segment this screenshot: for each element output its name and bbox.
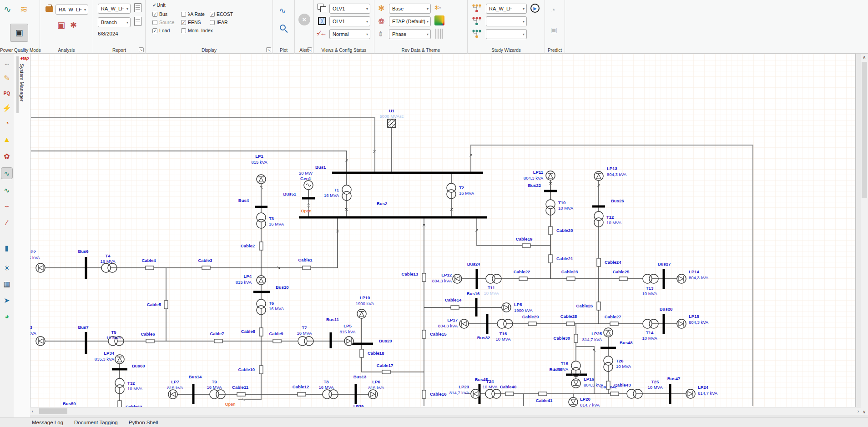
utility-u1[interactable]	[388, 119, 396, 127]
switch-sequence-icon[interactable]: ∕	[1, 217, 13, 229]
vertical-scroll-thumb[interactable]	[862, 62, 867, 198]
lightning-icon[interactable]: ⚡	[1, 102, 13, 114]
checkbox-box[interactable]	[181, 12, 186, 17]
power-quality-mode-button[interactable]: ▣	[10, 24, 28, 42]
load-lp3[interactable]	[36, 337, 45, 346]
load-lp2[interactable]	[36, 263, 45, 272]
vertical-scrollbar[interactable]: ∧ ∨	[861, 54, 868, 415]
cable-cable11[interactable]	[237, 392, 245, 396]
checkbox-ecost[interactable]: ✓ECOST	[210, 10, 233, 18]
load-lp5[interactable]	[344, 337, 353, 346]
tab-message-log[interactable]: Message Log	[26, 418, 69, 427]
run-study-button[interactable]: ▶	[530, 4, 540, 13]
bus-bus26[interactable]	[592, 206, 605, 208]
load-lp17[interactable]	[459, 319, 469, 328]
cable-cable10[interactable]	[259, 366, 263, 374]
tab-python-shell[interactable]: Python Shell	[123, 418, 164, 427]
etrax-train-icon[interactable]: ➤	[1, 294, 13, 306]
checkbox-box[interactable]	[181, 28, 186, 33]
cable-cable41[interactable]	[539, 392, 547, 396]
cable-cable8[interactable]	[259, 328, 263, 336]
cable-cable21[interactable]	[549, 255, 552, 263]
config-status-dropdown[interactable]: Normal▾	[329, 29, 370, 39]
theme-rainbow-icon[interactable]	[434, 15, 444, 25]
waveform-small-icon[interactable]: ∿	[4, 4, 11, 15]
checkbox-eens[interactable]: ✓EENS	[181, 18, 213, 26]
cable-cable5[interactable]	[164, 301, 168, 309]
bus-bus32[interactable]	[486, 314, 489, 334]
checkbox-box[interactable]	[210, 20, 215, 25]
bus-bus7[interactable]	[85, 332, 87, 354]
cable-cable9[interactable]	[273, 339, 281, 343]
cable-cable1[interactable]	[303, 266, 311, 270]
load-lp7[interactable]	[168, 390, 177, 399]
scroll-up-icon[interactable]: ∧	[863, 55, 866, 60]
load-lp14[interactable]	[677, 274, 686, 283]
dotted-select-icon[interactable]: ┄	[1, 58, 13, 70]
bus-bus47[interactable]	[669, 384, 671, 404]
bus-bus27[interactable]	[663, 269, 665, 289]
cable-cable3[interactable]	[202, 266, 210, 270]
marker-icon[interactable]: ✎	[1, 72, 13, 84]
plot-chart-icon[interactable]: ∿	[279, 5, 286, 16]
cable-cable27[interactable]	[610, 322, 618, 326]
cable-cable16[interactable]	[422, 390, 426, 398]
report-format-dropdown[interactable]: RA_W_LF▾	[98, 4, 131, 14]
cable-cable17[interactable]	[382, 370, 390, 374]
checkbox-box[interactable]: ✓	[181, 20, 186, 25]
load-lp8[interactable]	[502, 303, 511, 312]
motor-starting-icon[interactable]: ▮	[1, 242, 13, 254]
study-wizard-dropdown-2[interactable]: ▾	[486, 16, 527, 26]
cable-cable7[interactable]	[214, 339, 222, 343]
load-lp1[interactable]	[257, 175, 266, 184]
revision-dropdown[interactable]: Base▾	[389, 4, 431, 14]
oneline-diagram[interactable]: Cable1Cable2Cable3Cable4Cable5Cable6Cabl…	[0, 0, 868, 427]
bus-bus60[interactable]	[112, 368, 127, 371]
load-lp13[interactable]	[594, 171, 603, 181]
panel-rail[interactable]	[16, 56, 19, 113]
bus-bus22[interactable]	[544, 190, 557, 192]
presentation-dropdown[interactable]: OLV1▾	[329, 16, 370, 26]
tab-document-tagging[interactable]: Document Tagging	[69, 418, 123, 427]
checkbox-box[interactable]	[152, 20, 157, 25]
pq-curve-icon[interactable]: ⌣	[1, 200, 13, 212]
bus-bus11[interactable]	[330, 332, 332, 348]
system-manager-tab[interactable]: System Manager	[19, 64, 25, 101]
report-view-icon[interactable]	[134, 17, 141, 26]
bus-bus4[interactable]	[255, 206, 267, 208]
checkbox-mom-index[interactable]: Mom. Index	[181, 26, 213, 35]
report-type-dropdown[interactable]: Branch▾	[98, 17, 131, 27]
dashboard-icon[interactable]: ◕	[1, 311, 13, 322]
bus-bus14[interactable]	[192, 384, 195, 404]
theme-dropdown[interactable]: ETAP (Default)▾	[389, 16, 431, 26]
view-dropdown[interactable]: OLV1▾	[329, 4, 370, 14]
cable-cable40[interactable]	[505, 392, 514, 396]
unit-option[interactable]: ✓Unit	[152, 2, 166, 8]
load-lp15[interactable]	[677, 319, 686, 328]
scroll-right-icon[interactable]: ›	[858, 409, 859, 414]
generator-gen1[interactable]	[304, 181, 313, 190]
report-file-icon[interactable]	[134, 3, 141, 12]
bus-bus30[interactable]	[566, 374, 587, 376]
analysis-scenario-dropdown[interactable]: RA_W_LF▾	[56, 5, 88, 15]
transient-icon[interactable]: ∿	[1, 184, 13, 196]
plot-analyzer-icon[interactable]	[280, 25, 286, 30]
cable-cable23[interactable]	[567, 277, 575, 281]
cable-cable15[interactable]	[422, 330, 426, 338]
revision-more-icon[interactable]: ✻˅	[434, 5, 441, 11]
cable-cable42[interactable]	[611, 392, 619, 396]
load-lp24[interactable]	[686, 389, 695, 398]
cable-cable25[interactable]	[619, 277, 627, 281]
cable-cable14[interactable]	[451, 306, 459, 309]
horizontal-scrollbar[interactable]: ‹ ›	[30, 407, 861, 415]
cable-cable6[interactable]	[146, 339, 154, 343]
load-lp34[interactable]	[115, 355, 124, 364]
reliability-icon[interactable]: ✿	[1, 150, 13, 162]
bus-bus51[interactable]	[302, 197, 315, 200]
load-lp4[interactable]	[257, 276, 266, 285]
load-lp23[interactable]	[471, 389, 480, 398]
cable-cable22[interactable]	[519, 277, 527, 281]
arc-flash-icon[interactable]: ▲	[1, 134, 13, 146]
cable-cable2[interactable]	[259, 242, 263, 250]
cable-cable26[interactable]	[597, 302, 601, 310]
